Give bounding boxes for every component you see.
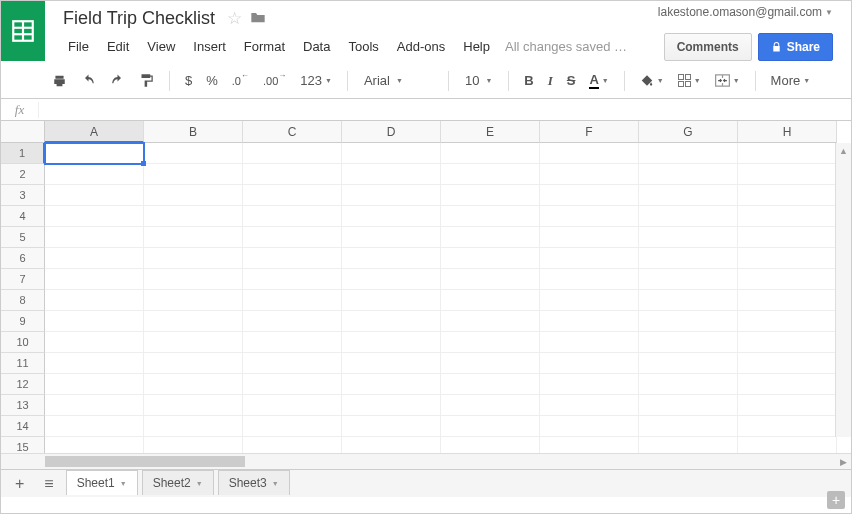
menu-edit[interactable]: Edit — [98, 36, 138, 57]
cell[interactable] — [738, 290, 837, 311]
sheet-tab[interactable]: Sheet1▼ — [66, 470, 138, 495]
star-icon[interactable]: ☆ — [227, 8, 242, 29]
column-header[interactable]: A — [45, 121, 144, 143]
cell[interactable] — [639, 143, 738, 164]
cell[interactable] — [144, 290, 243, 311]
cell[interactable] — [540, 185, 639, 206]
cell[interactable] — [639, 185, 738, 206]
cell[interactable] — [342, 290, 441, 311]
cell[interactable] — [243, 374, 342, 395]
cell[interactable] — [243, 437, 342, 453]
cell[interactable] — [441, 374, 540, 395]
row-header[interactable]: 6 — [1, 248, 45, 269]
cell[interactable] — [639, 206, 738, 227]
cell[interactable] — [639, 311, 738, 332]
cell[interactable] — [738, 374, 837, 395]
cell[interactable] — [738, 353, 837, 374]
add-sheet-button[interactable]: + — [7, 471, 32, 497]
row-header[interactable]: 13 — [1, 395, 45, 416]
italic-button[interactable]: I — [543, 69, 558, 93]
cell[interactable] — [738, 332, 837, 353]
cell[interactable] — [243, 206, 342, 227]
cell[interactable] — [738, 143, 837, 164]
cell[interactable] — [540, 206, 639, 227]
cell[interactable] — [342, 395, 441, 416]
cell[interactable] — [639, 269, 738, 290]
doc-title[interactable]: Field Trip Checklist — [59, 7, 219, 30]
font-size-combo[interactable]: 10▼ — [459, 71, 498, 90]
horizontal-scrollbar[interactable]: ▶ — [45, 454, 835, 469]
cell[interactable] — [243, 353, 342, 374]
cell[interactable] — [243, 164, 342, 185]
row-header[interactable]: 4 — [1, 206, 45, 227]
sheets-logo[interactable] — [1, 1, 45, 61]
cell[interactable] — [540, 332, 639, 353]
menu-help[interactable]: Help — [454, 36, 499, 57]
column-header[interactable]: H — [738, 121, 837, 143]
cell[interactable] — [540, 374, 639, 395]
column-header[interactable]: E — [441, 121, 540, 143]
cell[interactable] — [738, 416, 837, 437]
cell[interactable] — [540, 164, 639, 185]
decrease-decimal-button[interactable]: .0← — [227, 71, 254, 91]
cell[interactable] — [45, 227, 144, 248]
cell[interactable] — [45, 269, 144, 290]
cell[interactable] — [441, 185, 540, 206]
row-header[interactable]: 15 — [1, 437, 45, 453]
cell[interactable] — [639, 227, 738, 248]
cell[interactable] — [342, 311, 441, 332]
cell[interactable] — [342, 353, 441, 374]
strikethrough-button[interactable]: S — [562, 69, 581, 92]
cell[interactable] — [144, 248, 243, 269]
cell[interactable] — [144, 227, 243, 248]
cell[interactable] — [540, 311, 639, 332]
cell[interactable] — [144, 332, 243, 353]
cell[interactable] — [45, 164, 144, 185]
paint-format-button[interactable] — [134, 69, 159, 92]
cell[interactable] — [639, 353, 738, 374]
cell[interactable] — [441, 164, 540, 185]
cell[interactable] — [441, 416, 540, 437]
cell[interactable] — [738, 395, 837, 416]
column-header[interactable]: G — [639, 121, 738, 143]
more-tools-button[interactable]: More▼ — [766, 69, 816, 92]
cell[interactable] — [540, 290, 639, 311]
cell[interactable] — [243, 143, 342, 164]
undo-button[interactable] — [76, 70, 101, 92]
folder-icon[interactable] — [250, 10, 266, 27]
cell[interactable] — [342, 206, 441, 227]
sheet-tab[interactable]: Sheet3▼ — [218, 470, 290, 495]
font-family-combo[interactable]: Arial▼ — [358, 71, 438, 90]
text-color-button[interactable]: A▼ — [584, 68, 613, 93]
cell[interactable] — [243, 332, 342, 353]
cell[interactable] — [441, 311, 540, 332]
cell[interactable] — [45, 248, 144, 269]
cell[interactable] — [540, 416, 639, 437]
comments-button[interactable]: Comments — [664, 33, 752, 61]
borders-button[interactable]: ▼ — [673, 70, 706, 91]
cell[interactable] — [342, 185, 441, 206]
cell[interactable] — [144, 353, 243, 374]
cell[interactable] — [45, 185, 144, 206]
cell[interactable] — [738, 185, 837, 206]
menu-view[interactable]: View — [138, 36, 184, 57]
chevron-down-icon[interactable]: ▼ — [196, 480, 203, 487]
share-button[interactable]: Share — [758, 33, 833, 61]
cell[interactable] — [540, 143, 639, 164]
sheet-tab[interactable]: Sheet2▼ — [142, 470, 214, 495]
redo-button[interactable] — [105, 70, 130, 92]
cell[interactable] — [738, 227, 837, 248]
cell[interactable] — [45, 332, 144, 353]
bold-button[interactable]: B — [519, 69, 538, 92]
column-header[interactable]: D — [342, 121, 441, 143]
cell[interactable] — [342, 164, 441, 185]
chevron-down-icon[interactable]: ▼ — [272, 480, 279, 487]
cell[interactable] — [342, 227, 441, 248]
cell[interactable] — [45, 395, 144, 416]
cell[interactable] — [738, 164, 837, 185]
vertical-scrollbar[interactable]: ▲ — [835, 143, 851, 437]
all-sheets-button[interactable]: ≡ — [36, 471, 61, 497]
cell[interactable] — [441, 143, 540, 164]
cell[interactable] — [441, 437, 540, 453]
cell[interactable] — [639, 437, 738, 453]
